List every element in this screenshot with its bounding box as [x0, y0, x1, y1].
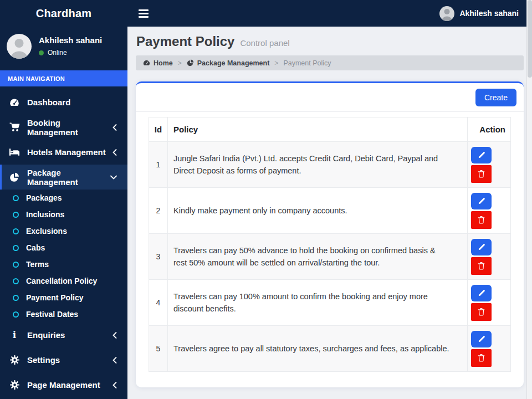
row-id: 4: [149, 280, 168, 326]
table-header-action: Action: [468, 117, 511, 142]
edit-button[interactable]: [471, 331, 492, 347]
breadcrumb-current: Payment Policy: [283, 59, 331, 67]
sidebar: Chardham Akhilesh sahani Online MAIN NAV…: [0, 0, 127, 399]
submenu-label: Terms: [26, 260, 49, 269]
table-row: 5 Travelers agree to pay all statutory t…: [149, 326, 511, 372]
submenu-label: Festival Dates: [26, 310, 78, 319]
bars-icon: [139, 9, 149, 11]
table-header-policy: Policy: [168, 117, 468, 142]
table-header-id: Id: [149, 117, 168, 142]
sidebar-item-enquiries[interactable]: i Enquiries: [0, 323, 127, 347]
chevron-left-icon: [112, 124, 117, 131]
table-row: 2 Kindly make payment only in company ac…: [149, 188, 511, 234]
breadcrumb-separator: >: [178, 59, 182, 67]
sidebar-subitem-terms[interactable]: Terms: [0, 256, 127, 273]
breadcrumb-package-management[interactable]: Package Management: [187, 59, 270, 67]
sidebar-subitem-festival-dates[interactable]: Festival Dates: [0, 306, 127, 323]
top-navbar: Akhilesh sahani: [127, 0, 532, 27]
person-icon: [439, 6, 454, 21]
sidebar-section-label: MAIN NAVIGATION: [0, 70, 127, 86]
edit-button[interactable]: [471, 239, 492, 255]
sidebar-subitem-inclusions[interactable]: Inclusions: [0, 206, 127, 223]
payment-policy-card: Create Id Policy Action 1 Jungle Safari …: [136, 81, 524, 387]
online-status-label: Online: [48, 49, 67, 57]
create-button[interactable]: Create: [475, 89, 516, 106]
circle-icon: [13, 311, 19, 318]
brand-title[interactable]: Chardham: [0, 0, 127, 27]
row-id: 5: [149, 326, 168, 372]
sidebar-user-panel: Akhilesh sahani Online: [0, 27, 127, 66]
table-row: 1 Jungle Safari India (Pvt.) Ltd. accept…: [149, 142, 511, 188]
delete-button[interactable]: [471, 349, 492, 367]
sidebar-toggle-button[interactable]: [136, 6, 151, 21]
table-row: 4 Travelers can pay 100% amount to confi…: [149, 280, 511, 326]
edit-button[interactable]: [471, 193, 492, 209]
row-id: 2: [149, 188, 168, 234]
row-actions: [468, 142, 511, 188]
policy-table: Id Policy Action 1 Jungle Safari India (…: [149, 117, 511, 372]
breadcrumb-home[interactable]: Home: [143, 59, 173, 67]
dashboard-icon: [143, 59, 150, 66]
sidebar-item-booking-management[interactable]: Booking Management: [0, 115, 127, 140]
trash-icon: [478, 308, 485, 316]
breadcrumb-label: Home: [154, 59, 173, 67]
sidebar-subitem-exclusions[interactable]: Exclusions: [0, 223, 127, 239]
card-body: Id Policy Action 1 Jungle Safari India (…: [136, 112, 524, 372]
pencil-icon: [478, 197, 485, 205]
row-actions: [468, 234, 511, 280]
submenu-label: Cabs: [26, 243, 45, 252]
sidebar-item-hotels-management[interactable]: Hotels Management: [0, 140, 127, 165]
edit-button[interactable]: [471, 147, 492, 163]
user-avatar-small: [439, 6, 454, 21]
chevron-left-icon: [112, 149, 117, 156]
table-header-row: Id Policy Action: [149, 117, 511, 142]
trash-icon: [478, 170, 485, 178]
row-actions: [468, 280, 511, 326]
user-meta: Akhilesh sahani Online: [39, 34, 102, 59]
submenu-label: Cancellation Policy: [26, 277, 97, 285]
chevron-left-icon: [112, 382, 117, 388]
circle-icon: [13, 262, 19, 268]
tachometer-icon: [8, 98, 21, 108]
card-header: Create: [136, 83, 524, 112]
scrollbar[interactable]: [526, 0, 532, 399]
user-name: Akhilesh sahani: [39, 35, 102, 45]
submenu-label: Packages: [26, 193, 62, 202]
sidebar-item-label: Hotels Management: [27, 147, 106, 157]
delete-button[interactable]: [471, 165, 492, 183]
navbar-user-name: Akhilesh sahani: [459, 9, 519, 18]
pencil-icon: [478, 243, 485, 251]
sidebar-subitem-cancellation-policy[interactable]: Cancellation Policy: [0, 273, 127, 289]
sidebar-item-label: Package Management: [27, 168, 104, 187]
row-policy-text: Kindly make payment only in company acco…: [168, 188, 468, 234]
sidebar-item-label: Page Management: [27, 380, 100, 390]
edit-button[interactable]: [471, 285, 492, 301]
row-policy-text: Jungle Safari India (Pvt.) Ltd. accepts …: [168, 142, 468, 188]
pie-chart-icon: [8, 172, 21, 182]
delete-button[interactable]: [471, 211, 492, 229]
sidebar-item-dashboard[interactable]: Dashboard: [0, 90, 127, 115]
sidebar-item-label: Enquiries: [27, 330, 65, 340]
submenu-label: Payment Policy: [26, 293, 84, 302]
breadcrumb: Home > Package Management > Payment Poli…: [136, 55, 524, 70]
row-actions: [468, 188, 511, 234]
navbar-user-menu[interactable]: Akhilesh sahani: [439, 6, 519, 21]
pencil-icon: [478, 335, 485, 343]
content-area: Payment Policy Control panel Home > Pack…: [127, 27, 532, 399]
sidebar-subitem-packages[interactable]: Packages: [0, 190, 127, 206]
circle-icon: [13, 278, 19, 284]
circle-icon: [13, 295, 19, 301]
delete-button[interactable]: [471, 303, 492, 321]
sidebar-item-package-management[interactable]: Package Management: [0, 165, 127, 190]
package-management-submenu: Packages Inclusions Exclusions Cabs Term…: [0, 190, 127, 323]
sidebar-subitem-cabs[interactable]: Cabs: [0, 239, 127, 256]
sidebar-item-settings[interactable]: Settings: [0, 347, 127, 372]
person-icon: [7, 34, 32, 59]
delete-button[interactable]: [471, 257, 492, 275]
scrollbar-thumb[interactable]: [528, 0, 532, 78]
bars-icon: [139, 16, 149, 18]
sidebar-subitem-payment-policy[interactable]: Payment Policy: [0, 289, 127, 306]
sidebar-item-page-management[interactable]: Page Management: [0, 372, 127, 397]
sidebar-item-label: Settings: [27, 355, 60, 365]
breadcrumb-separator: >: [274, 59, 278, 67]
